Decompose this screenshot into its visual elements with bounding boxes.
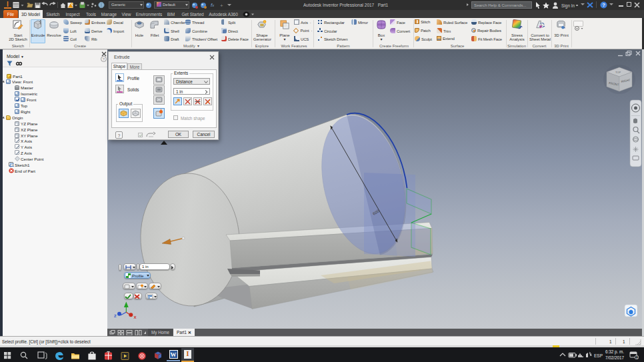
svg-text:Z: Z xyxy=(114,314,117,318)
svg-text:?: ? xyxy=(602,2,605,8)
svg-text:Sign In: Sign In xyxy=(561,3,575,9)
svg-text:TOP: TOP xyxy=(615,71,621,74)
svg-text:?: ? xyxy=(103,57,105,61)
svg-text:ESP: ESP xyxy=(594,353,603,358)
svg-text:X: X xyxy=(134,315,137,319)
svg-text:1: 1 xyxy=(636,355,638,359)
